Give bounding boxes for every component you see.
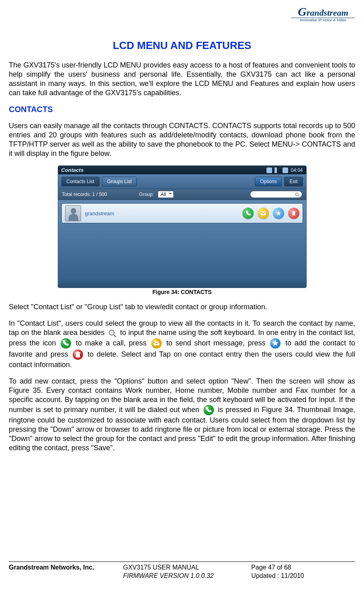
favorite-icon[interactable] — [273, 208, 284, 219]
footer-page: Page 47 of 68 — [251, 563, 355, 572]
tab-groups-list[interactable]: Groups List — [102, 177, 137, 186]
window-title: Contacts — [61, 167, 84, 173]
message-icon — [151, 338, 162, 349]
select-tab-paragraph: Select "Contact List" or "Group List" ta… — [9, 302, 355, 312]
page-footer: Grandstream Networks, Inc. GXV3175 USER … — [9, 561, 355, 580]
figure-caption: Figure 34: CONTACTS — [9, 289, 355, 295]
search-icon — [108, 329, 117, 338]
svg-rect-14 — [75, 352, 81, 353]
footer-updated: Updated : 11/2010 — [251, 572, 355, 580]
svg-line-1 — [298, 196, 299, 197]
tab-contacts-list[interactable]: Contacts List — [61, 177, 100, 186]
contact-name: grandstream — [85, 210, 238, 216]
contact-list-instructions: In "Contact List", users could select th… — [9, 319, 355, 369]
group-label: Group: — [139, 192, 154, 197]
svg-point-6 — [109, 330, 114, 335]
window-titlebar: Contacts 04:04 — [58, 166, 306, 174]
call-icon — [60, 338, 71, 349]
brand-logo: GGrandstreamrandstream Innovative IP Voi… — [291, 6, 355, 22]
list-item[interactable]: grandstream — [61, 203, 303, 223]
brand-tagline: Innovative IP Voice & Video — [291, 18, 355, 22]
delete-icon[interactable] — [288, 208, 299, 219]
total-records-label: Total records: 1 / 500 — [62, 192, 107, 197]
tray-icon-3 — [283, 167, 288, 173]
call-icon — [203, 404, 214, 416]
tray-icon-1 — [266, 167, 272, 173]
svg-rect-4 — [292, 212, 295, 212]
svg-rect-5 — [293, 211, 294, 211]
svg-rect-2 — [261, 212, 266, 215]
footer-company: Grandstream Networks, Inc. — [9, 563, 123, 580]
call-icon[interactable] — [242, 208, 254, 219]
avatar — [65, 205, 81, 221]
contacts-intro-paragraph: Users can easily manage all the contacts… — [9, 121, 355, 158]
intro-paragraph: The GXV3175's user-friendly LCD MENU pro… — [9, 61, 355, 98]
exit-button[interactable]: Exit — [284, 177, 303, 186]
search-input[interactable] — [250, 191, 302, 198]
delete-icon — [72, 349, 83, 360]
svg-line-7 — [114, 335, 116, 337]
svg-rect-10 — [154, 341, 159, 345]
svg-rect-15 — [77, 351, 79, 352]
toolbar: Contacts List Groups List Options Exit — [58, 174, 306, 189]
volume-icon — [275, 167, 280, 173]
clock: 04:04 — [291, 167, 303, 173]
svg-point-0 — [295, 193, 298, 196]
svg-rect-13 — [76, 353, 80, 357]
contact-list: grandstream — [58, 200, 306, 288]
figure-contacts-screenshot: Contacts 04:04 Contacts List Groups List… — [58, 165, 307, 288]
message-icon[interactable] — [258, 208, 269, 219]
section-heading-contacts: CONTACTS — [9, 105, 355, 114]
group-dropdown[interactable]: All — [158, 191, 173, 198]
svg-rect-3 — [292, 212, 295, 216]
footer-doc-title: GXV3175 USER MANUAL — [123, 563, 251, 572]
filter-bar: Total records: 1 / 500 Group: All — [58, 189, 306, 200]
search-icon — [295, 192, 300, 198]
options-button[interactable]: Options — [255, 177, 282, 186]
brand-name: GGrandstreamrandstream — [291, 6, 355, 18]
system-tray: 04:04 — [266, 167, 303, 173]
favorite-icon — [270, 338, 281, 349]
add-contact-instructions: To add new contact, press the "Options" … — [9, 377, 355, 453]
page-title: LCD MENU AND FEATURES — [9, 39, 355, 52]
footer-firmware: FIRMWARE VERSION 1.0.0.32 — [123, 572, 251, 580]
